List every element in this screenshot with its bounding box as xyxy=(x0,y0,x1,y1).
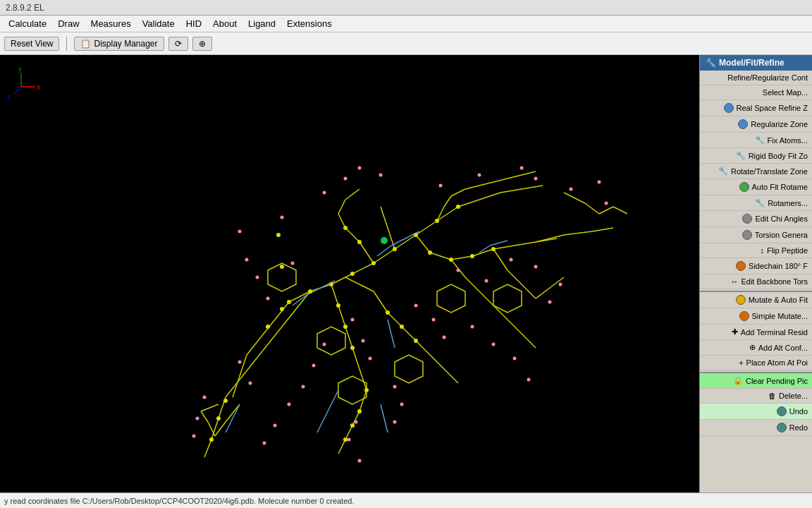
svg-text:z: z xyxy=(7,93,11,101)
app-title: 2.8.9.2 EL xyxy=(6,3,44,13)
svg-point-137 xyxy=(510,258,513,262)
svg-point-128 xyxy=(379,174,383,177)
select-map-label: Select Map... xyxy=(763,88,808,97)
display-manager-button[interactable]: 📋 Display Manager xyxy=(74,37,164,51)
add-terminal-label: Add Terminal Resid xyxy=(741,328,808,337)
redo-icon xyxy=(777,423,787,433)
svg-point-153 xyxy=(302,385,305,389)
reset-view-button[interactable]: Reset View xyxy=(4,37,59,51)
real-space-label: Real Space Refine Z xyxy=(737,104,808,112)
menu-ligand[interactable]: Ligand xyxy=(242,17,281,30)
svg-point-158 xyxy=(238,361,242,364)
svg-point-187 xyxy=(276,233,281,237)
rigid-body-icon: 🔧 xyxy=(736,151,746,160)
auto-fit-rotamer-button[interactable]: Auto Fit Rotame xyxy=(700,179,812,195)
undo-button[interactable]: Undo xyxy=(700,404,812,420)
svg-point-121 xyxy=(534,177,538,181)
menu-hid[interactable]: HID xyxy=(180,17,207,30)
svg-point-124 xyxy=(605,202,608,205)
add-terminal-icon: ✚ xyxy=(732,327,738,337)
regularize-icon xyxy=(738,119,748,129)
rotate-translate-icon: 🔧 xyxy=(718,167,728,176)
svg-point-155 xyxy=(273,424,277,428)
delete-icon: 🗑 xyxy=(768,392,776,400)
toolbar-icon-1[interactable]: ⟳ xyxy=(168,37,188,51)
svg-point-156 xyxy=(263,442,266,445)
menu-draw[interactable]: Draw xyxy=(52,17,85,30)
svg-point-192 xyxy=(343,325,347,329)
torsion-label: Torsion Genera xyxy=(755,231,808,239)
fix-atoms-button[interactable]: 🔧 Fix Atoms... xyxy=(700,133,812,148)
auto-fit-label: Auto Fit Rotame xyxy=(752,183,808,191)
place-atom-label: Place Atom At Poi xyxy=(746,358,808,367)
svg-point-195 xyxy=(357,409,362,413)
sidechain-180-button[interactable]: Sidechain 180° F xyxy=(700,258,812,274)
svg-point-136 xyxy=(485,279,488,283)
rotate-translate-label: Rotate/Translate Zone xyxy=(731,167,808,176)
mutate-auto-fit-button[interactable]: Mutate & Auto Fit xyxy=(700,291,812,308)
svg-point-185 xyxy=(266,325,270,329)
svg-point-189 xyxy=(400,325,404,329)
simple-mutate-button[interactable]: Simple Mutate... xyxy=(700,308,812,325)
rotate-translate-button[interactable]: 🔧 Rotate/Translate Zone xyxy=(700,164,812,179)
svg-point-123 xyxy=(598,181,601,184)
panel-title: 🔧 Model/Fit/Refine xyxy=(700,55,812,71)
toolbar-icon-2[interactable]: ⊕ xyxy=(192,37,212,51)
svg-point-146 xyxy=(513,357,517,361)
svg-point-147 xyxy=(527,378,531,382)
svg-point-126 xyxy=(344,177,347,181)
flip-peptide-button[interactable]: ↕ Flip Peptide xyxy=(700,243,812,258)
delete-button[interactable]: 🗑 Delete... xyxy=(700,389,812,404)
svg-point-183 xyxy=(343,226,347,230)
select-map-button[interactable]: Select Map... xyxy=(700,85,812,100)
real-space-refine-button[interactable]: Real Space Refine Z xyxy=(700,100,812,116)
mutate-icon xyxy=(736,295,746,305)
svg-point-198 xyxy=(223,399,228,403)
add-terminal-button[interactable]: ✚ Add Terminal Resid xyxy=(700,325,812,340)
svg-point-161 xyxy=(192,435,196,438)
menu-extensions[interactable]: Extensions xyxy=(281,17,338,30)
svg-point-133 xyxy=(281,216,284,219)
svg-point-127 xyxy=(358,167,362,170)
add-alt-icon: ⊕ xyxy=(749,343,756,352)
menu-validate[interactable]: Validate xyxy=(137,17,180,30)
main-area: x y z xyxy=(0,55,812,492)
place-atom-button[interactable]: + Place Atom At Poi xyxy=(700,356,812,370)
redo-button[interactable]: Redo xyxy=(700,420,812,436)
svg-point-184 xyxy=(280,307,284,311)
menu-measures[interactable]: Measures xyxy=(85,17,137,30)
display-manager-icon: 📋 xyxy=(80,39,91,49)
svg-point-167 xyxy=(358,459,362,463)
add-alt-conf-button[interactable]: ⊕ Add Alt Conf... xyxy=(700,340,812,356)
edit-chi-angles-button[interactable]: Edit Chi Angles xyxy=(700,211,812,227)
edit-backbone-button[interactable]: ↔ Edit Backbone Tors xyxy=(700,274,812,289)
rotamers-button[interactable]: 🔧 Rotamers... xyxy=(700,195,812,211)
clear-pending-button[interactable]: 🔒 Clear Pending Pic xyxy=(700,372,812,389)
molecular-viewer[interactable]: x y z xyxy=(0,55,699,492)
refine-regularize-label: Refine/Regularize Cont xyxy=(727,73,808,82)
menu-calculate[interactable]: Calculate xyxy=(3,17,52,30)
flip-peptide-label: Flip Peptide xyxy=(767,246,808,255)
svg-point-170 xyxy=(393,247,397,251)
svg-point-141 xyxy=(414,304,418,308)
svg-point-163 xyxy=(400,403,404,406)
svg-point-152 xyxy=(312,364,316,368)
regularize-zone-button[interactable]: Regularize Zone xyxy=(700,116,812,133)
svg-point-145 xyxy=(492,343,496,346)
clear-pending-label: Clear Pending Pic xyxy=(746,377,808,385)
svg-point-142 xyxy=(432,318,436,322)
refine-regularize-button[interactable]: Refine/Regularize Cont xyxy=(700,71,812,85)
toolbar-separator xyxy=(66,37,67,51)
rigid-body-label: Rigid Body Fit Zo xyxy=(749,152,808,160)
svg-point-138 xyxy=(534,265,538,269)
rigid-body-fit-button[interactable]: 🔧 Rigid Body Fit Zo xyxy=(700,148,812,164)
menu-about[interactable]: About xyxy=(207,17,242,30)
edit-backbone-icon: ↔ xyxy=(730,277,738,286)
svg-point-148 xyxy=(351,318,355,322)
delete-label: Delete... xyxy=(779,392,808,400)
svg-point-194 xyxy=(364,388,369,392)
svg-point-143 xyxy=(443,336,446,339)
torsion-general-button[interactable]: Torsion Genera xyxy=(700,227,812,243)
svg-point-130 xyxy=(245,258,249,262)
sidechain-icon xyxy=(736,261,746,271)
